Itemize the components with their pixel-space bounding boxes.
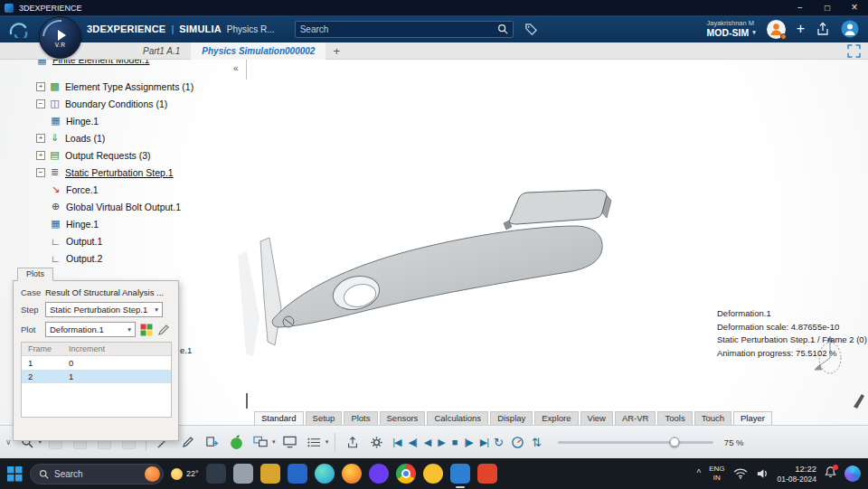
taskbar-chrome-icon[interactable]: [396, 464, 416, 484]
taskbar-purple-app-icon[interactable]: [369, 464, 389, 484]
tree-item-label[interactable]: Global Virtual Bolt Output.1: [66, 202, 181, 212]
tab-display[interactable]: Display: [490, 411, 533, 425]
taskbar-search[interactable]: Search: [30, 464, 164, 484]
avatar[interactable]: [767, 20, 786, 39]
tree-expand-toggle[interactable]: +: [36, 134, 45, 143]
tree-item-label[interactable]: Hinge.1: [66, 116, 99, 127]
tab-tools[interactable]: Tools: [657, 411, 692, 425]
new-tab-button[interactable]: +: [326, 44, 347, 58]
play-button[interactable]: ▶: [436, 437, 446, 448]
close-button[interactable]: ×: [841, 0, 868, 15]
tree-item-label[interactable]: Finite Element Model.1: [52, 60, 149, 65]
model-blade[interactable]: [260, 238, 281, 345]
range-updown-icon[interactable]: ⇅: [532, 436, 542, 449]
go-to-end-button[interactable]: ▶|: [478, 437, 490, 448]
table-row[interactable]: 1 0: [22, 356, 171, 370]
taskbar-yellow-app-icon[interactable]: [423, 464, 443, 484]
tree-item-label[interactable]: Element Type Assignments (1): [65, 81, 193, 92]
3ds-logo-icon[interactable]: [7, 20, 31, 38]
minimize-button[interactable]: −: [787, 0, 814, 15]
tab-touch[interactable]: Touch: [694, 411, 731, 425]
tab-part1[interactable]: Part1 A.1: [132, 42, 191, 60]
tree-expand-toggle[interactable]: −: [36, 168, 45, 177]
user-workspace-menu[interactable]: Jayakrishnan M MOD-SIM ▾: [706, 20, 755, 39]
chevron-down-icon[interactable]: ▾: [326, 438, 329, 446]
dual-view-icon[interactable]: [250, 432, 271, 453]
3d-compass[interactable]: V.R: [39, 16, 81, 59]
slider-knob[interactable]: [669, 437, 679, 447]
tree-item-clipped[interactable]: ▦ Finite Element Model.1: [36, 60, 149, 67]
taskbar-clock[interactable]: 12:22 01-08-2024: [778, 464, 816, 484]
weather-widget[interactable]: 22°: [171, 468, 199, 480]
taskbar-display-app-icon[interactable]: [206, 464, 226, 484]
taskbar-files-icon[interactable]: [260, 464, 280, 484]
tree-item-output-2[interactable]: ∟ Output.2: [50, 249, 262, 267]
tree-item-label[interactable]: Force.1: [66, 184, 99, 195]
language-indicator[interactable]: ENG IN: [709, 465, 724, 482]
go-to-start-button[interactable]: |◀: [391, 437, 402, 448]
tab-player[interactable]: Player: [733, 411, 772, 425]
tree-collapse-icon[interactable]: «: [233, 63, 239, 73]
wifi-icon[interactable]: [733, 468, 748, 479]
model-tab[interactable]: [509, 190, 607, 224]
case-value[interactable]: Result Of Structural Analysis ...: [45, 287, 164, 297]
panel-scroll-icon[interactable]: ∨: [5, 437, 12, 447]
tree-item-label[interactable]: Static Perturbation Step.1: [65, 167, 174, 178]
tree-item-label[interactable]: Output.2: [66, 253, 102, 264]
plots-panel-tab[interactable]: Plots: [17, 268, 53, 281]
global-search[interactable]: [295, 21, 514, 38]
tree-item-hinge-2[interactable]: ▦ Hinge.1: [50, 215, 262, 232]
table-row-selected[interactable]: 2 1: [22, 370, 171, 383]
tree-item-label[interactable]: Loads (1): [65, 133, 105, 144]
speed-gauge-icon[interactable]: [507, 432, 528, 453]
share-icon[interactable]: [816, 22, 830, 36]
start-button[interactable]: [7, 466, 23, 482]
export-tool-icon[interactable]: [202, 432, 222, 453]
plot-grid-icon[interactable]: [140, 324, 153, 336]
edit-tool-icon[interactable]: [177, 432, 198, 453]
tree-item-label[interactable]: Output.1: [66, 236, 102, 247]
tree-item-label[interactable]: Boundary Conditions (1): [65, 99, 167, 109]
volume-icon[interactable]: [756, 468, 769, 479]
notification-bell[interactable]: [825, 466, 836, 480]
tab-sensors[interactable]: Sensors: [380, 411, 426, 425]
taskbar-edge-icon[interactable]: [315, 464, 335, 484]
model-part[interactable]: [272, 226, 602, 327]
step-forward-button[interactable]: |▶: [462, 437, 474, 448]
tree-item-static-perturbation-step[interactable]: − ≣ Static Perturbation Step.1: [36, 164, 262, 181]
tag-icon[interactable]: [524, 23, 538, 36]
taskbar-red-app-icon[interactable]: [477, 464, 497, 484]
settings-gear-icon[interactable]: [366, 432, 387, 453]
loop-button[interactable]: ↻: [494, 436, 504, 449]
chevron-down-icon[interactable]: ▾: [272, 438, 276, 446]
edit-plot-icon[interactable]: [157, 324, 170, 336]
tab-view[interactable]: View: [580, 411, 613, 425]
add-app-button[interactable]: +: [797, 22, 805, 36]
maximize-button[interactable]: □: [814, 0, 841, 15]
screen-icon[interactable]: [279, 432, 300, 453]
tree-item-global-virtual-bolt-output[interactable]: ⊕ Global Virtual Bolt Output.1: [50, 198, 262, 215]
tree-item-output-requests[interactable]: + ▤ Output Requests (3): [36, 146, 262, 164]
tree-expand-toggle[interactable]: +: [36, 82, 45, 91]
tab-calculations[interactable]: Calculations: [427, 411, 488, 425]
list-view-icon[interactable]: [304, 432, 325, 453]
plot-select[interactable]: Deformation.1 ▾: [45, 322, 136, 337]
animation-progress-slider[interactable]: [558, 441, 713, 444]
tree-item-label[interactable]: Output Requests (3): [65, 150, 151, 161]
search-icon[interactable]: [497, 24, 508, 34]
upload-share-icon[interactable]: [342, 432, 363, 453]
stylus-icon[interactable]: [854, 394, 864, 409]
step-backward-button[interactable]: ◀|: [406, 437, 418, 448]
tab-ar-vr[interactable]: AR-VR: [615, 411, 656, 425]
tree-item-hinge[interactable]: ▦ Hinge.1: [50, 112, 262, 129]
stop-button[interactable]: ■: [450, 437, 459, 447]
taskbar-active-app-icon[interactable]: [450, 464, 470, 484]
tree-expand-toggle[interactable]: −: [36, 99, 45, 108]
tab-standard[interactable]: Standard: [254, 411, 304, 425]
hidden-icons-chevron[interactable]: ^: [696, 468, 701, 478]
taskbar-blue-app-icon[interactable]: [288, 464, 307, 484]
taskbar-settings-icon[interactable]: [233, 464, 253, 484]
copilot-icon[interactable]: [844, 465, 861, 482]
tree-item-output-1[interactable]: ∟ Output.1: [50, 232, 262, 249]
play-backward-button[interactable]: ◀: [422, 437, 432, 448]
